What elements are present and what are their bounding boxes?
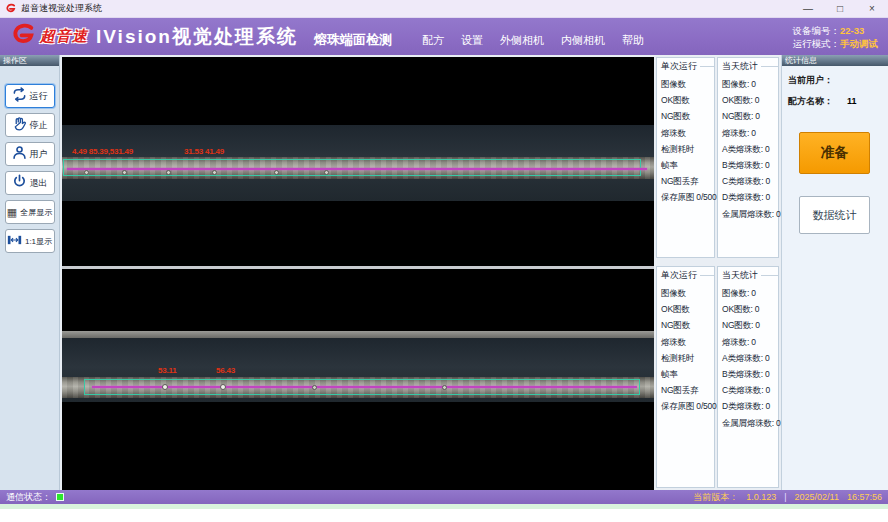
run-icon bbox=[12, 87, 27, 106]
stat-row: 图像数 bbox=[661, 76, 714, 92]
run-mode-value: 手动调试 bbox=[840, 38, 878, 49]
bead-marker bbox=[166, 170, 171, 175]
device-info: 设备编号：22-33 运行模式：手动调试 bbox=[793, 24, 879, 50]
operation-sidebar: 操作区 运行 停止 用户 退出 ▦ bbox=[0, 55, 60, 490]
stat-row: A类熔珠数: 0 bbox=[722, 350, 778, 366]
sidebar-buttons: 运行 停止 用户 退出 ▦ 全屏显示 bbox=[0, 66, 59, 258]
user-icon bbox=[12, 145, 27, 164]
bead-marker bbox=[312, 385, 317, 390]
fullscreen-grid-icon: ▦ bbox=[7, 207, 17, 218]
info-panel-title: 统计信息 bbox=[782, 55, 888, 66]
bead-marker bbox=[162, 384, 168, 390]
stat-row: 图像数: 0 bbox=[722, 285, 778, 301]
measurement-annotation: 31.53 41.49 bbox=[184, 147, 224, 156]
bead-marker bbox=[84, 170, 89, 175]
status-separator: | bbox=[784, 492, 786, 502]
exit-button[interactable]: 退出 bbox=[5, 171, 55, 195]
page-subtitle: 熔珠端面检测 bbox=[314, 31, 392, 49]
bead-marker bbox=[220, 384, 226, 390]
run-mode-label: 运行模式： bbox=[793, 38, 841, 49]
bead-marker bbox=[274, 170, 279, 175]
sidebar-title: 操作区 bbox=[0, 55, 59, 66]
status-date: 2025/02/11 bbox=[795, 492, 839, 502]
menu-bar: 配方设置外侧相机内侧相机帮助 bbox=[422, 33, 644, 48]
panel-title: 当天统计 bbox=[722, 60, 778, 73]
stat-rows: 图像数: 0OK图数: 0NG图数: 0熔珠数: 0A类熔珠数: 0B类熔珠数:… bbox=[722, 285, 778, 431]
statistics-info-panel: 统计信息 当前用户： 配方名称：11 准备 数据统计 bbox=[781, 55, 888, 490]
one-to-one-button[interactable]: 1:1显示 bbox=[5, 229, 55, 253]
measurement-annotation: 56.43 bbox=[216, 366, 235, 375]
stat-row: OK图数 bbox=[661, 301, 714, 317]
comm-status-indicator bbox=[56, 493, 64, 501]
window-title: 超音速视觉处理系统 bbox=[21, 2, 102, 15]
stat-row: 图像数: 0 bbox=[722, 76, 778, 92]
maximize-button[interactable]: □ bbox=[824, 0, 856, 18]
brand-logo-text: 超音速 bbox=[40, 27, 88, 46]
comm-status-label: 通信状态： bbox=[6, 491, 51, 504]
daily-stats-panel-bottom: 当天统计 图像数: 0OK图数: 0NG图数: 0熔珠数: 0A类熔珠数: 0B… bbox=[717, 266, 779, 488]
bead-marker bbox=[442, 385, 447, 390]
stop-hand-icon bbox=[12, 116, 27, 135]
stat-row: 帧率 bbox=[661, 157, 714, 173]
info-panel-body: 当前用户： 配方名称：11 准备 数据统计 bbox=[782, 74, 888, 498]
menu-item[interactable]: 配方 bbox=[422, 33, 444, 48]
measurement-annotation: 4.49 85.39,531.49 bbox=[72, 147, 133, 156]
menu-item[interactable]: 帮助 bbox=[622, 33, 644, 48]
stat-row: D类熔珠数: 0 bbox=[722, 189, 778, 205]
stat-row: NG图丢弃 bbox=[661, 173, 714, 189]
stop-button[interactable]: 停止 bbox=[5, 113, 55, 137]
minimize-button[interactable]: — bbox=[792, 0, 824, 18]
current-user-label: 当前用户： bbox=[788, 74, 888, 87]
stat-row: B类熔珠数: 0 bbox=[722, 157, 778, 173]
exit-button-label: 退出 bbox=[30, 177, 48, 190]
camera-viewport-bottom: 53.11 56.43 bbox=[62, 269, 654, 490]
menu-item[interactable]: 内侧相机 bbox=[561, 33, 605, 48]
fullscreen-button[interactable]: ▦ 全屏显示 bbox=[5, 200, 55, 224]
panel-title: 单次运行 bbox=[661, 269, 714, 282]
app-window: 超音速视觉处理系统 — □ × 超音速 IVision视觉处理系统 熔珠端面检测… bbox=[0, 0, 888, 522]
user-button[interactable]: 用户 bbox=[5, 142, 55, 166]
image-edge bbox=[62, 331, 654, 338]
menu-item[interactable]: 外侧相机 bbox=[500, 33, 544, 48]
status-time: 16:57:56 bbox=[847, 492, 882, 502]
device-number-label: 设备编号： bbox=[793, 25, 841, 36]
one-to-one-icon bbox=[7, 232, 22, 250]
user-button-label: 用户 bbox=[30, 148, 48, 161]
bead-marker bbox=[212, 170, 217, 175]
menu-item[interactable]: 设置 bbox=[461, 33, 483, 48]
footer-strip bbox=[0, 504, 888, 509]
window-controls: — □ × bbox=[792, 0, 888, 18]
stat-row: NG图数: 0 bbox=[722, 108, 778, 124]
device-number-value: 22-33 bbox=[840, 25, 864, 36]
close-button[interactable]: × bbox=[856, 0, 888, 18]
stat-row: OK图数: 0 bbox=[722, 301, 778, 317]
recipe-name-label: 配方名称： bbox=[788, 96, 833, 106]
stat-rows: 图像数OK图数NG图数熔珠数检测耗时帧率NG图丢弃保存原图 0/500 bbox=[661, 76, 714, 206]
stat-row: 检测耗时 bbox=[661, 350, 714, 366]
stat-row: NG图数 bbox=[661, 108, 714, 124]
stat-rows: 图像数OK图数NG图数熔珠数检测耗时帧率NG图丢弃保存原图 0/500 bbox=[661, 285, 714, 415]
stat-row: 保存原图 0/500 bbox=[661, 189, 714, 205]
measurement-annotation: 53.11 bbox=[158, 366, 177, 375]
stat-row: OK图数 bbox=[661, 92, 714, 108]
single-run-panel-top: 单次运行 图像数OK图数NG图数熔珠数检测耗时帧率NG图丢弃保存原图 0/500 bbox=[656, 57, 715, 258]
stat-row: NG图数: 0 bbox=[722, 317, 778, 333]
prepare-button[interactable]: 准备 bbox=[799, 132, 870, 174]
stat-row: 熔珠数: 0 bbox=[722, 334, 778, 350]
measure-line bbox=[67, 168, 647, 170]
stat-row: 金属屑熔珠数: 0 bbox=[722, 206, 778, 222]
stat-row: C类熔珠数: 0 bbox=[722, 382, 778, 398]
run-button[interactable]: 运行 bbox=[5, 84, 55, 108]
app-icon bbox=[5, 0, 17, 18]
stat-row: D类熔珠数: 0 bbox=[722, 398, 778, 414]
stat-row: NG图数 bbox=[661, 317, 714, 333]
panel-title: 当天统计 bbox=[722, 269, 778, 282]
panel-title: 单次运行 bbox=[661, 60, 714, 73]
version-value: 1.0.123 bbox=[746, 492, 776, 502]
one-to-one-button-label: 1:1显示 bbox=[25, 236, 52, 247]
main-area: 操作区 运行 停止 用户 退出 ▦ bbox=[0, 55, 888, 490]
status-bar: 通信状态： 当前版本： 1.0.123 | 2025/02/11 16:57:5… bbox=[0, 490, 888, 504]
stat-row: NG图丢弃 bbox=[661, 382, 714, 398]
stat-row: 熔珠数 bbox=[661, 125, 714, 141]
data-statistics-button[interactable]: 数据统计 bbox=[799, 196, 870, 234]
